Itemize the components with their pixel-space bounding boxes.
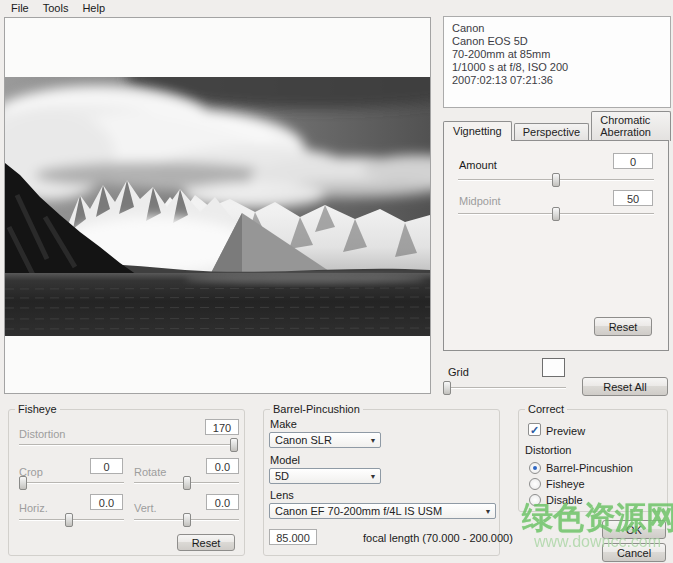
tab-chromatic-aberration[interactable]: Chromatic Aberration — [591, 111, 671, 141]
correct-group: Correct ✓ Preview Distortion Barrel-Pinc… — [518, 409, 668, 512]
grid-slider[interactable] — [443, 381, 566, 395]
preview-checkbox[interactable]: ✓ — [528, 423, 541, 436]
radio-fisheye[interactable] — [529, 478, 541, 490]
midpoint-label: Midpoint — [459, 195, 501, 207]
barrel-group-title: Barrel-Pincushion — [270, 403, 363, 415]
crop-slider-thumb[interactable] — [19, 476, 27, 490]
grid-color-swatch[interactable] — [542, 358, 565, 377]
vignetting-reset-button[interactable]: Reset — [594, 317, 652, 336]
fisheye-group-title: Fisheye — [15, 403, 60, 415]
exif-exposure: 1/1000 s at f/8, ISO 200 — [452, 61, 662, 74]
check-icon: ✓ — [530, 425, 539, 435]
horiz-slider-thumb[interactable] — [65, 513, 73, 527]
midpoint-slider-thumb[interactable] — [552, 207, 560, 221]
menu-bar: File Tools Help — [0, 0, 673, 16]
menu-tools[interactable]: Tools — [36, 1, 76, 15]
make-combo-value: Canon SLR — [270, 434, 366, 446]
exif-lens: 70-200mm at 85mm — [452, 48, 662, 61]
amount-slider[interactable] — [458, 173, 654, 187]
crop-slider-track — [19, 482, 124, 484]
crop-input[interactable] — [90, 458, 123, 474]
exif-datetime: 2007:02:13 07:21:36 — [452, 74, 662, 87]
chevron-down-icon: ▼ — [366, 437, 380, 444]
vert-input[interactable] — [206, 494, 239, 510]
barrel-pincushion-group: Barrel-Pincushion Make Canon SLR ▼ Model… — [263, 409, 500, 556]
model-combo-value: 5D — [270, 470, 366, 482]
fisheye-reset-button[interactable]: Reset — [177, 534, 235, 551]
tab-strip: Vignetting Perspective Chromatic Aberrat… — [443, 122, 673, 141]
fisheye-group: Fisheye Distortion Crop Rotate Horiz. Ve… — [8, 409, 245, 556]
exif-info-box: Canon Canon EOS 5D 70-200mm at 85mm 1/10… — [443, 16, 671, 108]
distortion-input[interactable] — [205, 419, 239, 435]
radio-disable[interactable] — [529, 494, 541, 506]
model-combo[interactable]: 5D ▼ — [269, 468, 381, 484]
make-label: Make — [270, 418, 297, 430]
landscape-photo — [5, 77, 430, 336]
distortion-slider-track — [19, 444, 238, 446]
rotate-input[interactable] — [206, 458, 239, 474]
distortion-slider[interactable] — [19, 438, 238, 452]
exif-make: Canon — [452, 22, 662, 35]
radio-fisheye-label: Fisheye — [546, 478, 585, 490]
distortion-slider-thumb[interactable] — [230, 438, 238, 452]
midpoint-slider[interactable] — [458, 207, 654, 221]
correct-distortion-label: Distortion — [525, 444, 571, 456]
vert-slider-thumb[interactable] — [183, 513, 191, 527]
focal-length-range-label: focal length (70.000 - 200.000) — [363, 532, 513, 544]
correct-group-title: Correct — [525, 403, 567, 415]
grid-slider-track — [443, 387, 566, 389]
chevron-down-icon: ▼ — [481, 508, 495, 515]
grid-slider-thumb[interactable] — [443, 381, 451, 395]
radio-barrel-pincushion[interactable] — [529, 462, 541, 474]
radio-dot-icon — [533, 466, 537, 470]
rotate-slider-thumb[interactable] — [183, 476, 191, 490]
menu-help[interactable]: Help — [75, 1, 112, 15]
reset-all-button[interactable]: Reset All — [582, 377, 668, 396]
menu-file[interactable]: File — [4, 1, 36, 15]
exif-model: Canon EOS 5D — [452, 35, 662, 48]
ok-button[interactable]: OK — [602, 520, 666, 539]
grid-label: Grid — [448, 366, 469, 378]
horiz-slider[interactable] — [19, 513, 124, 527]
focal-length-input[interactable] — [269, 529, 317, 545]
lens-label: Lens — [270, 489, 294, 501]
horiz-input[interactable] — [90, 494, 123, 510]
amount-input[interactable] — [613, 153, 653, 169]
amount-slider-thumb[interactable] — [552, 173, 560, 187]
vignetting-panel: Amount Midpoint Reset — [443, 140, 669, 351]
lens-combo-value: Canon EF 70-200mm f/4L IS USM — [270, 505, 481, 517]
tab-perspective[interactable]: Perspective — [514, 123, 589, 141]
make-combo[interactable]: Canon SLR ▼ — [269, 432, 381, 448]
crop-slider[interactable] — [19, 476, 124, 490]
lens-combo[interactable]: Canon EF 70-200mm f/4L IS USM ▼ — [269, 503, 496, 519]
radio-disable-label: Disable — [546, 494, 583, 506]
rotate-slider[interactable] — [134, 476, 239, 490]
radio-barrel-pincushion-label: Barrel-Pincushion — [546, 462, 633, 474]
image-preview-panel — [4, 17, 431, 394]
tab-vignetting[interactable]: Vignetting — [443, 121, 512, 141]
cancel-button[interactable]: Cancel — [602, 543, 666, 562]
chevron-down-icon: ▼ — [366, 473, 380, 480]
amount-label: Amount — [459, 159, 497, 171]
midpoint-input[interactable] — [613, 190, 653, 206]
model-label: Model — [270, 454, 300, 466]
vert-slider[interactable] — [134, 513, 239, 527]
preview-label: Preview — [546, 425, 585, 437]
